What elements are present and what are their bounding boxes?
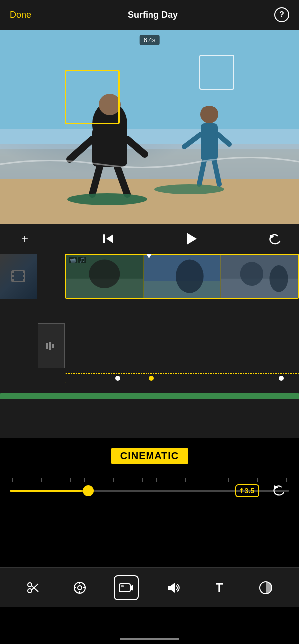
cinematic-label: CINEMATIC bbox=[111, 448, 188, 464]
face-detection-white[interactable] bbox=[199, 55, 234, 90]
svg-point-35 bbox=[89, 260, 120, 288]
cut-tool-button[interactable] bbox=[21, 575, 46, 600]
svg-rect-25 bbox=[12, 275, 14, 277]
tick bbox=[128, 478, 128, 482]
slider-reset-button[interactable] bbox=[271, 483, 284, 499]
undo-button[interactable] bbox=[264, 229, 284, 249]
keyframe-left[interactable] bbox=[115, 376, 120, 381]
svg-marker-57 bbox=[168, 583, 175, 593]
thumbnail-inner bbox=[0, 254, 37, 299]
slider-container[interactable]: f 3.5 bbox=[10, 486, 289, 496]
svg-rect-3 bbox=[0, 179, 299, 224]
svg-rect-29 bbox=[23, 279, 25, 281]
svg-point-11 bbox=[67, 193, 147, 205]
slider-track-fill bbox=[10, 490, 88, 492]
speed-icon bbox=[73, 581, 87, 595]
tick bbox=[99, 478, 99, 482]
audio-marker-icon bbox=[45, 340, 57, 352]
svg-rect-31 bbox=[49, 342, 51, 350]
tick bbox=[171, 478, 171, 482]
tick bbox=[286, 478, 287, 482]
top-bar: Done Surfing Day ? bbox=[0, 0, 299, 30]
tick bbox=[156, 478, 157, 482]
svg-point-18 bbox=[154, 184, 224, 194]
time-badge: 6.4s bbox=[140, 35, 160, 45]
svg-point-49 bbox=[78, 586, 82, 590]
tick bbox=[12, 478, 13, 482]
video-clip-strip[interactable]: 📹 🎵 bbox=[65, 254, 299, 299]
tick bbox=[272, 478, 272, 482]
tick bbox=[56, 478, 56, 482]
bottom-toolbar: T bbox=[0, 567, 299, 607]
playhead[interactable] bbox=[149, 254, 150, 438]
video-background: 6.4s bbox=[0, 30, 299, 224]
add-button[interactable]: + bbox=[15, 229, 35, 249]
svg-rect-30 bbox=[46, 343, 48, 349]
home-indicator bbox=[120, 638, 179, 640]
tick bbox=[200, 478, 200, 482]
play-button[interactable] bbox=[181, 229, 201, 249]
svg-rect-27 bbox=[23, 271, 25, 273]
svg-marker-21 bbox=[187, 233, 197, 245]
scene-svg bbox=[0, 30, 299, 224]
svg-rect-0 bbox=[0, 30, 299, 144]
svg-rect-32 bbox=[52, 344, 54, 348]
face-detection-yellow[interactable] bbox=[65, 70, 120, 124]
tick bbox=[185, 478, 186, 482]
slider-ticks bbox=[10, 478, 289, 482]
svg-marker-20 bbox=[106, 234, 113, 243]
help-button[interactable]: ? bbox=[274, 7, 289, 22]
camera-tool-button[interactable] bbox=[114, 575, 139, 600]
speed-tool-button[interactable] bbox=[67, 575, 92, 600]
filter-tool-button[interactable] bbox=[253, 575, 278, 600]
clip-video-icon: 📹 bbox=[69, 257, 77, 263]
project-title: Surfing Day bbox=[128, 10, 178, 20]
svg-rect-26 bbox=[12, 279, 14, 281]
audio-icon bbox=[166, 581, 180, 595]
clip-thumbnail-small bbox=[0, 254, 37, 299]
svg-point-42 bbox=[270, 265, 288, 292]
audio-tool-button[interactable] bbox=[160, 575, 185, 600]
done-button[interactable]: Done bbox=[10, 10, 31, 20]
keyframe-track[interactable] bbox=[65, 373, 299, 383]
filmstrip-icon bbox=[11, 269, 26, 284]
timeline-area: 📹 🎵 bbox=[0, 254, 299, 438]
svg-rect-54 bbox=[119, 584, 130, 592]
playhead-arrow bbox=[146, 254, 152, 259]
svg-point-12 bbox=[200, 106, 218, 123]
tick bbox=[257, 478, 258, 482]
reset-icon bbox=[271, 483, 284, 496]
clip-audio-icon: 🎵 bbox=[78, 257, 86, 263]
playback-controls: + bbox=[0, 224, 299, 254]
keyframe-right[interactable] bbox=[279, 376, 284, 381]
audio-track-fill bbox=[0, 393, 299, 399]
svg-rect-24 bbox=[12, 271, 14, 273]
tick bbox=[27, 478, 27, 482]
clip-icons: 📹 🎵 bbox=[69, 257, 86, 263]
video-preview: 6.4s bbox=[0, 30, 299, 224]
svg-rect-13 bbox=[201, 123, 218, 161]
tick bbox=[214, 478, 214, 482]
camera-icon bbox=[119, 581, 134, 594]
slider-thumb[interactable] bbox=[83, 485, 94, 496]
filter-icon bbox=[259, 581, 273, 595]
tick bbox=[228, 478, 229, 482]
frame-scene-2 bbox=[144, 255, 221, 298]
tick bbox=[142, 478, 143, 482]
audio-clip-marker bbox=[38, 323, 65, 368]
aperture-slider: f 3.5 bbox=[0, 478, 299, 496]
play-icon bbox=[183, 231, 199, 247]
text-tool-button[interactable]: T bbox=[207, 575, 232, 600]
svg-point-41 bbox=[240, 262, 263, 286]
keyframe-center[interactable] bbox=[149, 376, 154, 381]
clip-frame-1: 📹 🎵 bbox=[66, 255, 144, 298]
tick bbox=[113, 478, 114, 482]
cut-icon bbox=[26, 581, 40, 595]
undo-icon bbox=[267, 232, 281, 246]
svg-point-44 bbox=[28, 589, 32, 593]
audio-track bbox=[0, 393, 299, 399]
svg-rect-2 bbox=[0, 144, 299, 184]
tick bbox=[243, 478, 243, 482]
skip-back-button[interactable] bbox=[98, 229, 118, 249]
svg-point-45 bbox=[28, 583, 32, 587]
